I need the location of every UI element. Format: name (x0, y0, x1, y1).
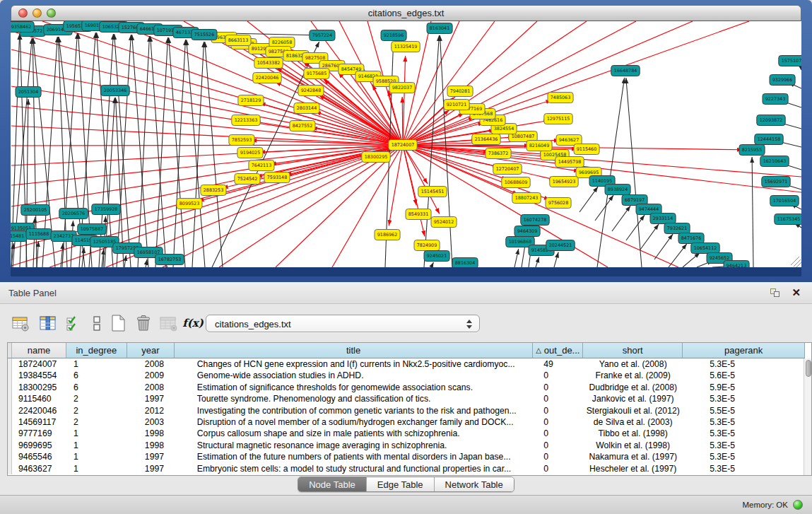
cell-year: 2008 (127, 382, 175, 393)
cell-in-degree: 1 (66, 440, 127, 451)
table-row[interactable]: 946362711997Embryonic stem cells: a mode… (8, 463, 805, 474)
svg-text:7852593: 7852593 (232, 137, 252, 143)
cell-out-de-: 0 (533, 416, 583, 428)
tab-edge-table[interactable]: Edge Table (367, 477, 435, 491)
cell-short: Dudbridge et al. (2008) (583, 382, 683, 393)
svg-text:3824554: 3824554 (494, 126, 514, 132)
table-row[interactable]: 946554611997Estimation of the future num… (8, 451, 805, 462)
cell-pagerank: 5.6E-5 (683, 370, 805, 381)
svg-text:16210643: 16210643 (763, 158, 787, 164)
svg-text:3915481: 3915481 (11, 233, 24, 239)
table-row[interactable]: 911546021997Tourette syndrome. Phenomeno… (8, 393, 805, 404)
svg-text:12213363: 12213363 (235, 117, 258, 123)
cell-year: 1998 (127, 428, 175, 439)
table-settings-icon[interactable] (10, 313, 31, 334)
table-row[interactable]: 1830029562008Estimation of significance … (8, 382, 805, 393)
cell-pagerank: 5.5E-5 (683, 405, 805, 416)
delete-table-icon (158, 313, 180, 334)
column-header-name[interactable]: name (12, 343, 66, 358)
table-body: 1872400712008Changes of HCN gene express… (8, 358, 805, 474)
svg-text:9822037: 9822037 (392, 85, 412, 90)
svg-text:9329966: 9329966 (772, 77, 792, 83)
column-header-year[interactable]: year (127, 343, 175, 358)
table-selector-dropdown[interactable]: citations_edges.txt (206, 315, 480, 332)
svg-text:9227343: 9227343 (765, 96, 785, 102)
cell-pagerank: 5.9E-5 (683, 382, 805, 393)
cell-short: Nakamura et al. (1997) (583, 451, 683, 462)
svg-text:9524012: 9524012 (434, 219, 454, 225)
svg-text:7593148: 7593148 (267, 175, 287, 180)
svg-text:8099523: 8099523 (180, 201, 199, 206)
table-tab-bar: Node TableEdge TableNetwork Table (0, 477, 812, 495)
svg-text:19358462: 19358462 (11, 24, 31, 30)
svg-text:12444158: 12444158 (758, 136, 781, 142)
row-height-icon[interactable] (86, 313, 107, 334)
cell-in-degree: 1 (66, 463, 127, 474)
network-window-titlebar[interactable]: citations_edges.txt (11, 5, 801, 21)
network-canvas[interactable]: 1872400718300295860123889129548226058982… (11, 21, 801, 267)
svg-text:2803144: 2803144 (297, 105, 317, 111)
close-panel-icon[interactable]: ✕ (792, 286, 801, 299)
svg-text:20206576: 20206576 (62, 211, 86, 216)
cell-name: 22420046 (12, 405, 66, 416)
svg-text:2051304: 2051304 (18, 89, 38, 95)
cell-pagerank: 5.3E-5 (683, 451, 805, 462)
create-column-icon[interactable] (107, 313, 129, 334)
table-scrollbar-thumb[interactable] (806, 360, 811, 377)
svg-text:25200105: 25200105 (24, 207, 47, 213)
cell-out-de-: 0 (533, 440, 583, 451)
show-column-icon[interactable] (37, 313, 59, 334)
column-header-in-degree[interactable]: in_degree (66, 343, 127, 358)
citation-network-graph[interactable]: 1872400718300295860123889129548226058982… (11, 21, 801, 267)
table-row[interactable]: 1872400712008Changes of HCN gene express… (8, 358, 805, 370)
svg-text:10543382: 10543382 (257, 60, 281, 66)
column-header-title[interactable]: title (175, 343, 534, 358)
window-frame-strip (11, 267, 801, 276)
cell-pagerank: 5.3E-5 (683, 416, 805, 428)
column-header-pagerank[interactable]: pagerank (683, 343, 805, 358)
svg-text:8163041: 8163041 (430, 25, 449, 31)
cell-year: 1998 (127, 440, 175, 451)
tab-node-table[interactable]: Node Table (298, 477, 367, 491)
tab-network-table[interactable]: Network Table (435, 477, 514, 491)
cell-short: Jankovic et al. (1997) (583, 393, 683, 404)
svg-text:15692971: 15692971 (765, 179, 788, 185)
float-panel-icon[interactable] (770, 288, 781, 298)
svg-text:7386372: 7386372 (488, 151, 508, 156)
cell-short: Yano et al. (2008) (583, 358, 683, 370)
memory-status-indicator[interactable] (793, 500, 803, 510)
cell-in-degree: 2 (66, 405, 127, 416)
table-row[interactable]: 1938455462009Genome-wide association stu… (8, 370, 805, 381)
cell-title: Embryonic stem cells: a model to study s… (175, 463, 534, 474)
svg-text:9186962: 9186962 (377, 232, 397, 238)
svg-text:12720407: 12720407 (496, 166, 519, 172)
cell-out-de-: 49 (533, 358, 583, 370)
table-row[interactable]: 1456911722003Disruption of a novel membe… (8, 416, 805, 428)
table-row[interactable]: 969969511998Structural magnetic resonanc… (8, 440, 805, 451)
cell-year: 2012 (127, 405, 175, 416)
cell-year: 1997 (127, 451, 175, 462)
table-row[interactable]: 977716911998Corpus callosum shape and si… (8, 428, 805, 439)
cell-title: Genome-wide association studies in ADHD. (175, 370, 534, 381)
svg-text:8215955: 8215955 (742, 147, 762, 153)
table-row[interactable]: 2242004622012Investigating the contribut… (8, 405, 805, 416)
svg-text:10807487: 10807487 (512, 134, 535, 139)
function-builder-icon[interactable]: f(x) (182, 313, 204, 334)
cell-in-degree: 1 (66, 451, 127, 462)
svg-text:8663113: 8663113 (228, 37, 248, 43)
column-header-out-de-[interactable]: △out_de... (533, 343, 583, 358)
svg-text:9115460: 9115460 (577, 146, 596, 152)
svg-text:9218596: 9218596 (384, 33, 404, 38)
table-scrollbar[interactable] (804, 358, 811, 475)
cell-short: Franke et al. (2009) (583, 370, 683, 381)
delete-column-icon[interactable] (133, 313, 154, 334)
select-columns-icon[interactable] (64, 313, 85, 334)
column-header-short[interactable]: short (583, 343, 683, 358)
cell-in-degree: 2 (66, 393, 127, 404)
cell-name: 19384554 (12, 370, 66, 381)
svg-text:12093872: 12093872 (760, 117, 783, 123)
svg-text:12505185: 12505185 (93, 239, 117, 245)
cell-name: 9465546 (12, 451, 66, 462)
svg-text:8226058: 8226058 (272, 40, 292, 45)
svg-text:15145451: 15145451 (421, 189, 445, 194)
